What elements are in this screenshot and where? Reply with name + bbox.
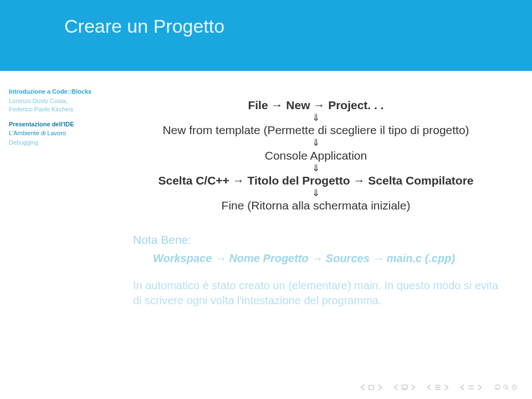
nav-section-group[interactable] (426, 384, 449, 391)
double-down-arrow-icon: ⇓ (133, 114, 499, 122)
nav-next-slide-icon[interactable] (376, 384, 383, 391)
step4-compilatore: Scelta Compilatore (365, 174, 473, 187)
nav-prev-subsection-icon[interactable] (459, 384, 466, 391)
svg-rect-1 (402, 385, 407, 388)
nav-target-icon[interactable] (511, 384, 518, 391)
nb-sources: Sources (323, 252, 372, 264)
nav-next-section-icon[interactable] (443, 384, 449, 391)
arrow-right-icon: → (353, 174, 365, 187)
nota-bene-block: Nota Bene: Workspace → Nome Progetto → S… (133, 233, 499, 265)
step1-project: Project. . . (325, 99, 383, 111)
sidebar-sub-debugging: Debugging (9, 139, 92, 147)
nav-subsection-group[interactable] (459, 384, 483, 391)
double-down-arrow-icon: ⇓ (133, 189, 499, 197)
sidebar-sub-ambiente: L'Ambiente di Lavoro (9, 129, 92, 137)
nb-workspace: Workspace (153, 252, 215, 264)
sidebar-section-presentazione: Presentazione dell'IDE (9, 120, 92, 129)
nav-slide-group[interactable] (360, 384, 383, 391)
double-down-arrow-icon: ⇓ (133, 139, 499, 147)
nb-nomeprogetto: Nome Progetto (226, 252, 311, 264)
sidebar: Introduzione a Code::Blocks Lorenzo Dust… (9, 71, 92, 147)
nota-bene-title: Nota Bene: (133, 233, 499, 247)
svg-point-8 (504, 385, 507, 388)
arrow-right-icon: → (215, 252, 226, 264)
nav-prev-section-icon[interactable] (426, 384, 433, 391)
slide-title: Creare un Progetto (64, 16, 224, 37)
nav-prev-slide-icon[interactable] (360, 384, 366, 391)
nb-mainc: main.c (.cpp) (383, 252, 455, 264)
svg-line-9 (507, 388, 509, 390)
steps-block: File → New → Project. . . ⇓ New from tem… (133, 99, 499, 212)
nav-next-frame-icon[interactable] (410, 384, 416, 391)
nav-frame-group[interactable] (393, 384, 416, 391)
step3-console: Console Application (133, 149, 499, 162)
sidebar-section-intro: Introduzione a Code::Blocks (9, 88, 92, 96)
arrow-right-icon: → (372, 252, 383, 264)
sidebar-authors: Lorenzo Dusty Costa, Federico Paolo Kirc… (9, 97, 92, 114)
arrow-right-icon: → (271, 99, 283, 111)
step2-template: New from template (Permette di scegliere… (133, 124, 499, 137)
nav-slide-icon (368, 384, 375, 391)
step4-titolo: Titolo del Progetto (244, 174, 354, 187)
main-content: File → New → Project. . . ⇓ New from tem… (133, 97, 499, 308)
nav-next-subsection-icon[interactable] (476, 384, 483, 391)
nav-frame-icon (401, 384, 408, 391)
step5-fine: Fine (Ritorna alla schermata iniziale) (133, 199, 499, 212)
nav-section-icon (434, 384, 441, 391)
nav-subsection-icon (468, 384, 474, 391)
arrow-right-icon: → (313, 99, 325, 111)
nav-search-icon[interactable] (503, 384, 509, 391)
nav-misc-group[interactable] (493, 383, 518, 391)
arrow-right-icon: → (233, 174, 244, 187)
step1-new: New (283, 99, 313, 111)
nav-undo-icon[interactable] (493, 383, 501, 391)
nav-prev-frame-icon[interactable] (393, 384, 400, 391)
nota-bene-paragraph: In automatico è stato creato un (element… (133, 278, 499, 308)
footer-nav (360, 383, 518, 391)
double-down-arrow-icon: ⇓ (133, 164, 499, 172)
svg-point-11 (514, 386, 515, 388)
svg-rect-0 (369, 385, 374, 389)
step4-scelta: Scelta C/C++ (158, 174, 232, 187)
step1-file: File (248, 99, 271, 111)
arrow-right-icon: → (311, 252, 323, 264)
